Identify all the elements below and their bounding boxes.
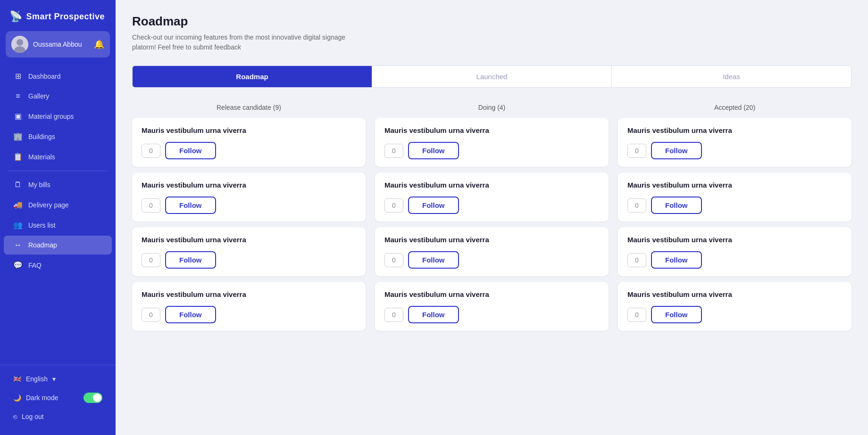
column-release-candidate: Release candidate (9) Mauris vestibulum … — [132, 99, 366, 331]
sidebar-item-label: FAQ — [28, 262, 42, 269]
sidebar-item-label: Users list — [28, 222, 56, 229]
vote-count: 0 — [142, 198, 160, 213]
sidebar-item-delivery-page[interactable]: 🚚 Delivery page — [4, 195, 112, 214]
sidebar-item-material-groups[interactable]: ▣ Material groups — [4, 107, 112, 126]
main-content-area: Roadmap Check-out our incoming features … — [116, 0, 868, 435]
card-doing-2: Mauris vestibulum urna viverra 0 Follow — [375, 172, 609, 222]
sidebar-item-label: Material groups — [28, 113, 74, 120]
tab-ideas[interactable]: Ideas — [611, 66, 851, 87]
notification-bell-icon[interactable]: 🔔 — [94, 39, 104, 49]
sidebar-nav: ⊞ Dashboard ≡ Gallery ▣ Material groups … — [0, 66, 116, 435]
vote-count: 0 — [142, 253, 160, 267]
card-rc-4: Mauris vestibulum urna viverra 0 Follow — [132, 282, 366, 331]
follow-button[interactable]: Follow — [651, 251, 702, 269]
column-header-doing: Doing (4) — [375, 99, 609, 118]
sidebar-item-gallery[interactable]: ≡ Gallery — [4, 87, 112, 106]
materials-icon: 📋 — [13, 152, 23, 161]
follow-button[interactable]: Follow — [408, 197, 459, 214]
card-accepted-2: Mauris vestibulum urna viverra 0 Follow — [618, 172, 851, 222]
nav-section-main: ⊞ Dashboard ≡ Gallery ▣ Material groups … — [0, 66, 116, 167]
follow-button[interactable]: Follow — [651, 142, 702, 159]
follow-button[interactable]: Follow — [408, 306, 459, 323]
card-title: Mauris vestibulum urna viverra — [384, 290, 599, 298]
card-title: Mauris vestibulum urna viverra — [142, 236, 356, 244]
card-title: Mauris vestibulum urna viverra — [142, 181, 356, 189]
card-title: Mauris vestibulum urna viverra — [384, 236, 599, 244]
gallery-icon: ≡ — [13, 92, 23, 100]
card-actions: 0 Follow — [384, 197, 599, 214]
main-content: Roadmap Check-out our incoming features … — [116, 0, 868, 345]
vote-count: 0 — [142, 144, 160, 158]
kanban-board: Release candidate (9) Mauris vestibulum … — [132, 99, 851, 331]
sidebar-bottom: 🇬🇧 English ▾ 🌙 Dark mode ⎋ Log out — [0, 365, 116, 430]
sidebar-item-buildings[interactable]: 🏢 Buildings — [4, 127, 112, 146]
buildings-icon: 🏢 — [13, 132, 23, 141]
card-actions: 0 Follow — [384, 251, 599, 269]
card-accepted-4: Mauris vestibulum urna viverra 0 Follow — [618, 282, 851, 331]
sidebar-item-roadmap[interactable]: ↔ Roadmap — [4, 236, 112, 254]
nav-section-secondary: 🗒 My bills 🚚 Delivery page 👥 Users list … — [0, 175, 116, 275]
card-rc-1: Mauris vestibulum urna viverra 0 Follow — [132, 118, 366, 167]
follow-button[interactable]: Follow — [408, 251, 459, 269]
dark-mode-toggle[interactable] — [83, 393, 102, 403]
sidebar-item-faq[interactable]: 💬 FAQ — [4, 255, 112, 275]
follow-button[interactable]: Follow — [165, 306, 216, 323]
material-groups-icon: ▣ — [13, 112, 23, 121]
follow-button[interactable]: Follow — [651, 306, 702, 323]
vote-count: 0 — [627, 253, 646, 267]
svg-point-1 — [17, 39, 23, 46]
card-accepted-1: Mauris vestibulum urna viverra 0 Follow — [618, 118, 851, 167]
sidebar-item-dashboard[interactable]: ⊞ Dashboard — [4, 66, 112, 86]
sidebar-item-label: Buildings — [28, 133, 55, 140]
sidebar: 📡 Smart Prospective Oussama Abbou 🔔 ⊞ Da… — [0, 0, 116, 435]
sidebar-item-label: Delivery page — [28, 201, 69, 209]
cards-release: Mauris vestibulum urna viverra 0 Follow … — [132, 118, 366, 331]
vote-count: 0 — [384, 144, 403, 158]
logout-icon: ⎋ — [13, 413, 17, 420]
logout-button[interactable]: ⎋ Log out — [4, 408, 112, 425]
card-actions: 0 Follow — [627, 197, 842, 214]
card-actions: 0 Follow — [142, 197, 356, 214]
dark-mode-toggle-row: 🌙 Dark mode — [4, 388, 112, 408]
user-profile[interactable]: Oussama Abbou 🔔 — [6, 31, 110, 57]
dashboard-icon: ⊞ — [13, 72, 23, 81]
language-selector[interactable]: 🇬🇧 English ▾ — [4, 370, 112, 387]
delivery-icon: 🚚 — [13, 200, 23, 209]
column-header-accepted: Accepted (20) — [618, 99, 851, 118]
follow-button[interactable]: Follow — [165, 142, 216, 159]
dark-mode-label: Dark mode — [26, 394, 79, 402]
vote-count: 0 — [384, 198, 403, 213]
sidebar-item-users-list[interactable]: 👥 Users list — [4, 215, 112, 235]
username: Oussama Abbou — [33, 41, 89, 48]
tab-roadmap[interactable]: Roadmap — [133, 66, 372, 87]
card-accepted-3: Mauris vestibulum urna viverra 0 Follow — [618, 227, 851, 276]
faq-icon: 💬 — [13, 261, 23, 270]
follow-button[interactable]: Follow — [165, 251, 216, 269]
vote-count: 0 — [384, 308, 403, 322]
card-actions: 0 Follow — [627, 142, 842, 159]
card-rc-2: Mauris vestibulum urna viverra 0 Follow — [132, 172, 366, 222]
card-actions: 0 Follow — [142, 251, 356, 269]
sidebar-item-label: Gallery — [28, 92, 49, 100]
card-title: Mauris vestibulum urna viverra — [142, 290, 356, 298]
language-label: English — [26, 375, 48, 383]
sidebar-item-label: Roadmap — [28, 241, 57, 249]
tab-launched[interactable]: Launched — [372, 66, 611, 87]
sidebar-item-label: Dashboard — [28, 73, 61, 80]
follow-button[interactable]: Follow — [651, 197, 702, 214]
follow-button[interactable]: Follow — [165, 197, 216, 214]
sidebar-item-label: Materials — [28, 153, 55, 161]
card-title: Mauris vestibulum urna viverra — [627, 126, 842, 134]
card-title: Mauris vestibulum urna viverra — [142, 126, 356, 134]
follow-button[interactable]: Follow — [408, 142, 459, 159]
card-doing-3: Mauris vestibulum urna viverra 0 Follow — [375, 227, 609, 276]
vote-count: 0 — [142, 308, 160, 322]
vote-count: 0 — [627, 144, 646, 158]
sidebar-item-my-bills[interactable]: 🗒 My bills — [4, 175, 112, 194]
sidebar-item-materials[interactable]: 📋 Materials — [4, 147, 112, 166]
column-accepted: Accepted (20) Mauris vestibulum urna viv… — [618, 99, 851, 331]
card-doing-4: Mauris vestibulum urna viverra 0 Follow — [375, 282, 609, 331]
bills-icon: 🗒 — [13, 181, 23, 189]
app-logo: 📡 Smart Prospective — [0, 0, 116, 27]
column-header-release: Release candidate (9) — [132, 99, 366, 118]
